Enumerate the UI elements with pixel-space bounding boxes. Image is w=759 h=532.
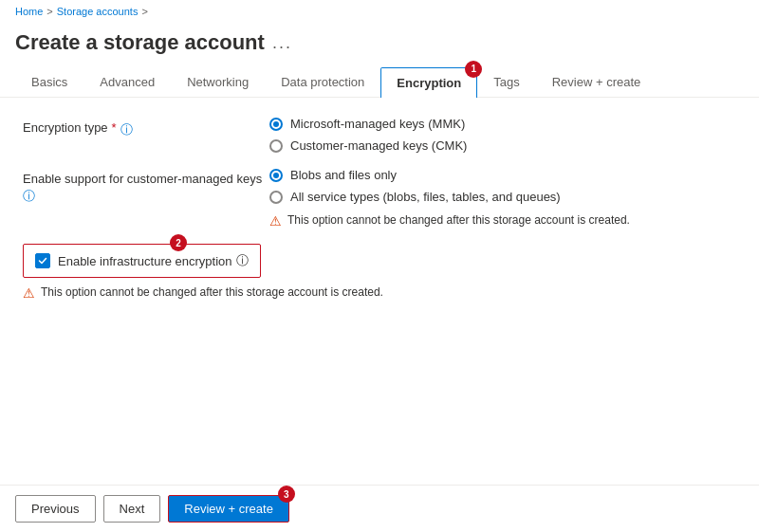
tab-review-create[interactable]: Review + create [536,66,657,97]
radio-blobs-files[interactable]: Blobs and files only [269,168,736,182]
radio-mmk[interactable]: Microsoft-managed keys (MMK) [269,117,736,131]
tab-encryption[interactable]: Encryption 1 [380,67,477,98]
tabs-container: Basics Advanced Networking Data protecti… [0,55,759,98]
radio-cmk[interactable]: Customer-managed keys (CMK) [269,138,736,153]
main-content: Encryption type * ⓘ Microsoft-managed ke… [0,98,759,320]
radio-blobs-input[interactable] [269,169,283,182]
footer: Previous Next 3 Review + create [0,485,759,532]
breadcrumb-storage[interactable]: Storage accounts [57,6,139,17]
customer-managed-keys-info-icon[interactable]: ⓘ [23,188,35,205]
infra-encryption-row: 2 Enable infrastructure encryption ⓘ [23,244,736,278]
customer-managed-keys-controls: Blobs and files only All service types (… [269,168,736,229]
review-create-button[interactable]: Review + create [168,495,289,523]
infra-checkbox[interactable] [35,253,50,268]
radio-all-services[interactable]: All service types (blobs, files, tables,… [269,190,736,204]
encryption-type-label: Encryption type * ⓘ [23,117,269,138]
infra-badge: 2 [170,234,187,251]
page-header: Create a storage account ... [0,23,759,55]
tab-networking[interactable]: Networking [171,66,265,97]
page-title: Create a storage account [15,30,265,55]
warning-icon-infra: ⚠ [23,285,35,301]
customer-managed-keys-label: Enable support for customer-managed keys… [23,168,269,205]
tab-basics[interactable]: Basics [15,66,83,97]
encryption-type-row: Encryption type * ⓘ Microsoft-managed ke… [23,117,736,153]
next-button[interactable]: Next [103,495,161,523]
breadcrumb-home[interactable]: Home [15,6,43,17]
breadcrumb-sep2: > [141,6,147,17]
review-create-wrapper: 3 Review + create [168,495,289,523]
previous-button[interactable]: Previous [15,495,96,523]
review-create-badge: 3 [278,486,295,503]
warning-icon-cmk: ⚠ [269,213,282,229]
radio-mmk-input[interactable] [269,118,283,131]
infra-warning: ⚠ This option cannot be changed after th… [23,285,736,301]
tab-advanced[interactable]: Advanced [83,66,171,97]
infra-label: Enable infrastructure encryption ⓘ [58,252,249,269]
page-dots[interactable]: ... [272,33,292,53]
encryption-type-info-icon[interactable]: ⓘ [120,121,133,138]
encryption-type-controls: Microsoft-managed keys (MMK) Customer-ma… [269,117,736,153]
tab-tags[interactable]: Tags [477,66,535,97]
tab-data-protection[interactable]: Data protection [265,66,380,97]
radio-all-services-input[interactable] [269,191,283,204]
radio-cmk-input[interactable] [269,139,283,153]
customer-managed-keys-row: Enable support for customer-managed keys… [23,168,736,229]
breadcrumb: Home > Storage accounts > [0,0,759,23]
breadcrumb-sep1: > [46,6,52,17]
infra-info-icon[interactable]: ⓘ [236,252,249,269]
infra-box: Enable infrastructure encryption ⓘ [23,244,261,278]
required-asterisk: * [112,120,117,135]
customer-managed-warning: ⚠ This option cannot be changed after th… [269,213,736,229]
